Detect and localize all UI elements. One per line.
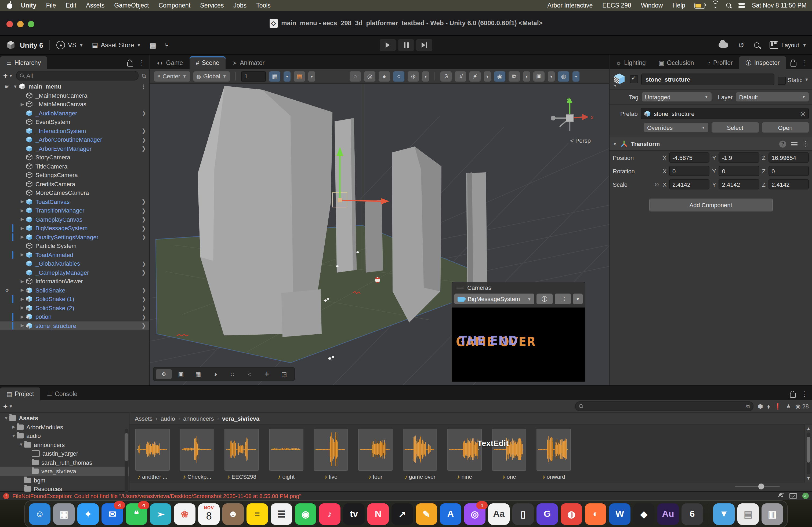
foldout-arrow[interactable]: ▼	[12, 84, 19, 89]
appstore-icon[interactable]: A	[440, 503, 461, 525]
grid-snap-dropdown[interactable]: ▼	[284, 71, 291, 81]
foldout-arrow[interactable]: ▶	[19, 323, 26, 328]
layers-icon[interactable]: ⧉	[509, 71, 520, 81]
visible-count[interactable]: ◉ 28	[795, 403, 809, 410]
project-folder-resources[interactable]: Resources	[0, 485, 129, 494]
hierarchy-item-particle-system[interactable]: Particle System	[0, 241, 149, 250]
foldout-arrow[interactable]: ▶	[19, 253, 26, 257]
menu-item-edit[interactable]: Edit	[61, 2, 81, 9]
menu-item-eecs-298[interactable]: EECS 298	[597, 2, 636, 9]
asset-store-menu[interactable]: ⬓ Asset Store ▼	[92, 41, 141, 49]
close-window-button[interactable]	[6, 21, 13, 27]
audio-asset-game-over[interactable]: ♪game over	[403, 429, 437, 482]
hierarchy-item-toadanimated[interactable]: ▶ToadAnimated	[0, 250, 149, 259]
control-center-icon[interactable]	[738, 3, 745, 8]
panel-menu-icon[interactable]: ⋮	[801, 59, 808, 66]
lock-icon[interactable]	[790, 393, 796, 397]
move-tool-icon[interactable]: ✥	[156, 369, 172, 379]
position-z-field[interactable]: 16.99654	[768, 152, 809, 163]
mail-icon[interactable]: ✉4	[102, 503, 123, 525]
tool-handle-position-dropdown[interactable]: ⌖ Center ▼	[154, 71, 190, 81]
gizmos-icon[interactable]: ◍	[558, 71, 569, 81]
foldout-arrow[interactable]: ▼	[11, 434, 17, 438]
hierarchy-item--arborcoroutinemanager[interactable]: _ArborCoroutineManager❯	[0, 135, 149, 144]
project-folder-assets[interactable]: ▼Assets	[0, 414, 129, 423]
foldout-arrow[interactable]: ▶	[19, 297, 26, 302]
foldout-arrow[interactable]: ▶	[19, 235, 26, 240]
position-y-field[interactable]: -1.9	[719, 152, 759, 163]
presets-icon[interactable]	[791, 141, 798, 147]
calendar-icon[interactable]: NOV8	[198, 503, 220, 525]
contacts-icon[interactable]: ☻	[222, 503, 244, 525]
hierarchy-item--gameplaymanager[interactable]: _GameplayManager❯	[0, 268, 149, 277]
tab-console[interactable]: ☰ Console	[40, 388, 84, 400]
project-search-input[interactable]: ⧉	[575, 402, 753, 411]
tab-game[interactable]: ◖◗ Game	[150, 56, 189, 69]
waveform-thumbnail[interactable]	[269, 429, 303, 471]
finder-icon[interactable]: ☺	[29, 503, 50, 525]
debug-filter-icon[interactable]: ⊛	[408, 71, 419, 81]
add-component-button[interactable]: Add Component	[649, 199, 772, 211]
prefab-open-chevron[interactable]: ❯	[142, 216, 146, 223]
hierarchy-scene-row[interactable]: ☛▼main_menu⋮	[0, 82, 149, 91]
tab-hierarchy[interactable]: ☰ Hierarchy	[0, 56, 47, 69]
word-icon[interactable]: W	[609, 503, 630, 525]
audio-asset-another-[interactable]: ♪another ...	[136, 429, 169, 482]
project-folder-announcers[interactable]: ▼announcers	[0, 440, 129, 449]
notes-icon[interactable]: ≡	[246, 503, 268, 525]
gizmos-dropdown[interactable]: ▼	[572, 71, 579, 81]
tab-lighting[interactable]: ☼Lighting	[610, 56, 652, 69]
chrome-icon[interactable]: ◍	[561, 503, 582, 525]
foldout-arrow[interactable]: ▼	[18, 442, 24, 447]
project-folder-bgm[interactable]: bgm	[0, 476, 129, 485]
hierarchy-item-stone-structure[interactable]: ▶stone_structure❯	[0, 321, 149, 330]
project-folder-austin-yarger[interactable]: austin_yarger	[0, 449, 129, 458]
grid-tool-icon[interactable]: ▦	[190, 369, 206, 379]
view-tool-icon[interactable]: ▣	[173, 369, 189, 379]
minimize-window-button[interactable]	[17, 21, 24, 27]
lighting-toggle-icon[interactable]: ◎	[364, 71, 375, 81]
menu-item-jobs[interactable]: Jobs	[229, 2, 251, 9]
zoom-window-button[interactable]	[28, 21, 34, 27]
dictionary-icon[interactable]: Aa	[488, 503, 510, 525]
scale-x-field[interactable]: 2.4142	[669, 179, 710, 190]
scatter-tool-icon[interactable]: ∷	[224, 369, 241, 379]
rotation-x-field[interactable]: 0	[669, 166, 710, 176]
prefab-open-chevron[interactable]: ❯	[142, 305, 146, 311]
hierarchy-item-potion[interactable]: ▶potion❯	[0, 312, 149, 321]
shaded-mode-icon[interactable]: ◌	[350, 71, 361, 81]
hierarchy-item-toastcanvas[interactable]: ▶ToastCanvas❯	[0, 197, 149, 206]
create-asset-button[interactable]: +▼	[3, 402, 13, 410]
foldout-arrow[interactable]: ▶	[19, 306, 26, 311]
audio-asset-checkp-[interactable]: ♪Checkp...	[180, 429, 214, 482]
launchpad-icon[interactable]: ▦	[53, 503, 75, 525]
effects-toggle-icon[interactable]: ○	[393, 71, 404, 81]
scene-menu-icon[interactable]: ⋮	[141, 84, 146, 90]
thumbnail-size-slider[interactable]	[735, 486, 780, 487]
menu-item-services[interactable]: Services	[195, 2, 229, 9]
tag-dropdown[interactable]: Untagged▼	[642, 92, 712, 102]
hierarchy-item--audiomanager[interactable]: _AudioManager❯	[0, 109, 149, 118]
open-new-window-icon[interactable]: ⧉	[142, 72, 146, 79]
hierarchy-item-storycamera[interactable]: StoryCamera	[0, 153, 149, 162]
tab-occlusion[interactable]: ▣Occlusion	[652, 56, 700, 69]
hierarchy-item-titlecamera[interactable]: TitleCamera	[0, 162, 149, 171]
lock-icon[interactable]	[790, 61, 796, 66]
history-icon[interactable]: ↺	[738, 41, 744, 49]
menu-item-unity[interactable]: Unity	[16, 2, 41, 9]
effects-menu-icon[interactable]: ✦̸	[469, 71, 481, 81]
menu-item-assets[interactable]: Assets	[81, 2, 109, 9]
hierarchy-item-moregamescamera[interactable]: MoreGamesCamera	[0, 189, 149, 197]
menu-item-file[interactable]: File	[41, 2, 61, 9]
camera-tool-icon[interactable]: ◲	[276, 369, 292, 379]
prefab-open-chevron[interactable]: ❯	[142, 208, 146, 214]
prefab-open-chevron[interactable]: ❯	[142, 270, 146, 275]
project-folder-vera-sivrieva[interactable]: vera_sivrieva	[0, 467, 129, 476]
scene-visibility-icon[interactable]: ◉	[494, 71, 505, 81]
axis-tool-icon[interactable]: ✛	[259, 369, 275, 379]
search-icon[interactable]	[754, 42, 760, 48]
hierarchy-item-eventsystem[interactable]: EventSystem	[0, 118, 149, 126]
hierarchy-item-qualitysettingsmanager[interactable]: ▶QualitySettingsManager❯	[0, 232, 149, 241]
version-control-icon[interactable]: ⑂	[165, 41, 169, 49]
camera-fullscreen-button[interactable]: ⛶	[555, 293, 571, 304]
